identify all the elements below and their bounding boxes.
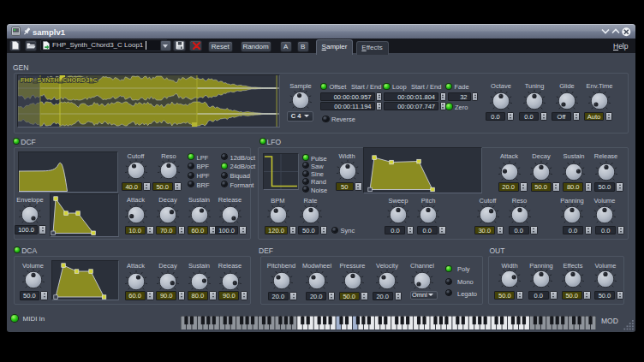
svg-text:FHP_SYNTH_CHORD3_C: FHP_SYNTH_CHORD3_C [21,76,98,84]
